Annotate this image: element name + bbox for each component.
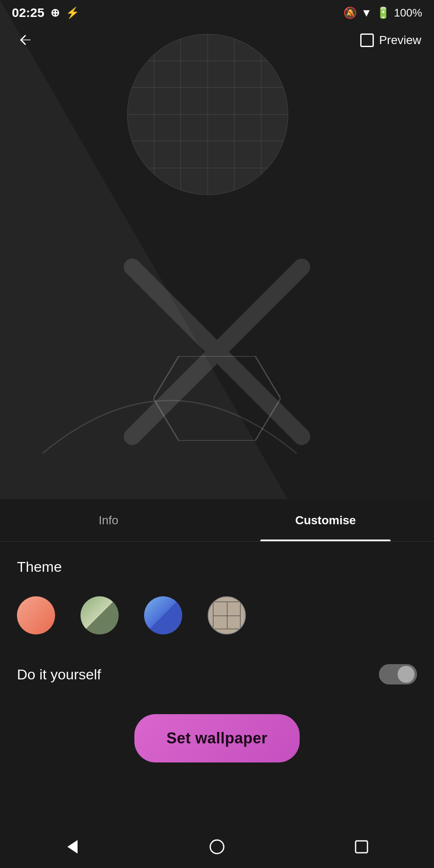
tab-active-indicator (260, 540, 390, 541)
nav-back-button[interactable] (58, 832, 87, 862)
battery-percent: 100% (394, 6, 423, 19)
wifi-icon: ▼ (361, 6, 372, 19)
svg-point-15 (210, 840, 224, 854)
wallpaper-preview (0, 0, 434, 500)
flash-icon: ⚡ (66, 6, 79, 19)
preview-checkbox (360, 33, 374, 47)
panel-content: Theme Do it yourself Set wallpaper (0, 542, 434, 762)
status-time: 02:25 (12, 6, 45, 20)
nav-home-button[interactable] (202, 832, 232, 862)
theme-label: Theme (17, 559, 417, 575)
status-bar: 02:25 ⊕ ⚡ 🔕 ▼ 🔋 100% (0, 0, 434, 25)
diy-toggle[interactable] (379, 664, 417, 684)
grid-circle (127, 34, 288, 195)
set-wallpaper-button[interactable]: Set wallpaper (134, 714, 300, 762)
svg-rect-16 (356, 841, 367, 853)
swatch-grid-inner (209, 597, 245, 634)
preview-label: Preview (379, 33, 421, 47)
bottom-nav (0, 826, 434, 868)
back-button[interactable] (13, 28, 38, 53)
status-left: 02:25 ⊕ ⚡ (12, 6, 79, 20)
bottom-panel: Info Customise Theme Do it yourself (0, 499, 434, 868)
status-right: 🔕 ▼ 🔋 100% (343, 6, 422, 19)
tabs: Info Customise (0, 499, 434, 542)
at-icon: ⊕ (50, 6, 60, 19)
toggle-knob (398, 666, 415, 683)
battery-icon: 🔋 (376, 6, 390, 19)
preview-button[interactable]: Preview (360, 33, 421, 47)
top-nav: Preview (0, 23, 434, 57)
swatch-coral[interactable] (17, 596, 55, 634)
swatch-blue[interactable] (144, 596, 182, 634)
mute-icon: 🔕 (343, 6, 357, 19)
tab-customise[interactable]: Customise (217, 499, 434, 541)
geo-arc (42, 348, 297, 475)
swatch-grid[interactable] (208, 596, 246, 634)
color-swatches (17, 596, 417, 634)
swatch-grid-lines (213, 601, 241, 629)
diy-label: Do it yourself (17, 666, 101, 683)
tab-info[interactable]: Info (0, 499, 217, 541)
svg-marker-14 (67, 840, 78, 854)
swatch-green[interactable] (81, 596, 119, 634)
nav-recents-button[interactable] (347, 832, 376, 862)
diy-row: Do it yourself (17, 664, 417, 684)
